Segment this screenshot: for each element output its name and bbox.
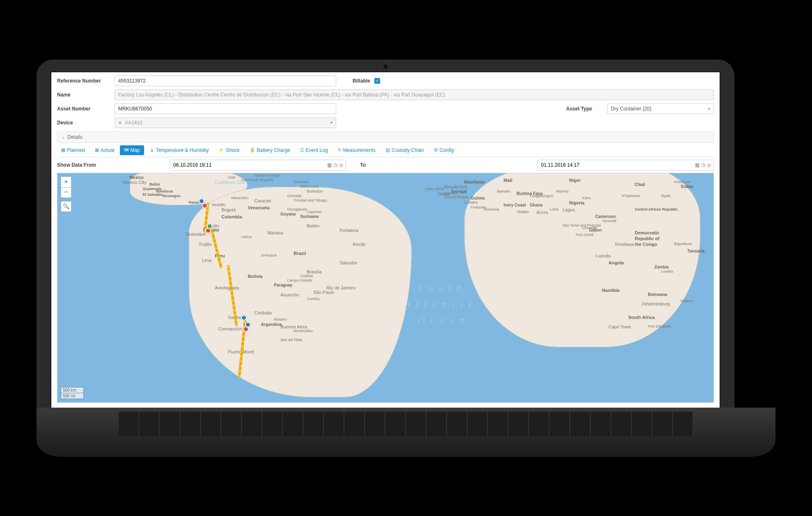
country-label: Dominican Republic <box>241 178 274 182</box>
date-from-input-wrap: ▦ ◷ ◎ <box>170 160 346 170</box>
billable-checkbox[interactable]: ✓ <box>374 78 380 84</box>
tab-temperature-humidity[interactable]: 🌡Temperature & Humidity <box>146 145 213 155</box>
asset-number-input[interactable] <box>115 103 336 114</box>
country-label: Mexico <box>130 175 144 180</box>
country-label: the Congo <box>635 242 657 247</box>
city-label: Goiânia <box>300 274 313 278</box>
tab-custody-chain[interactable]: ⛓Custody Chain <box>381 145 428 155</box>
asset-type-label: Asset Type <box>566 106 603 112</box>
map-scale: 500 km 500 mi <box>61 387 84 399</box>
gear-icon: ⚙ <box>434 147 438 153</box>
tab-battery-charge[interactable]: 🔋Battery Charge <box>245 145 294 155</box>
city-label: Dakar <box>438 191 450 196</box>
city-label: Concepción <box>218 326 242 331</box>
laptop-base <box>37 408 775 457</box>
city-label: Montevideo <box>294 329 313 333</box>
city-label: Accra <box>537 210 548 215</box>
country-label: Tanzania <box>687 249 704 253</box>
country-label: Haiti <box>228 175 235 179</box>
city-label: Yaoundé <box>602 219 616 223</box>
city-label: N'Djamena <box>622 194 640 198</box>
link-icon: ⛓ <box>385 148 390 153</box>
name-input <box>115 89 714 100</box>
clock-icon[interactable]: ◷ <box>333 162 337 168</box>
island-label: Saint Lucia <box>300 184 319 188</box>
map-view[interactable]: S o u t h A t l a n t i c O c e a n Cari… <box>57 173 714 403</box>
city-label: Port Elizabeth <box>648 324 671 328</box>
date-to-input[interactable] <box>538 160 693 170</box>
country-label: Argentina <box>261 322 282 327</box>
laptop-camera <box>383 64 388 69</box>
map-marker[interactable] <box>202 203 208 209</box>
tab-shock[interactable]: ⚡Shock <box>214 145 243 155</box>
country-label: Brazil <box>294 251 306 256</box>
city-label: Antofagasta <box>215 285 239 290</box>
billable-label: Billable <box>353 78 370 84</box>
reference-number-input[interactable] <box>115 76 336 86</box>
country-label: Ghana <box>530 203 543 207</box>
map-marker[interactable] <box>205 228 211 234</box>
country-label: Mali <box>504 178 512 183</box>
country-label: Democratic <box>635 230 659 235</box>
country-label: Sudan <box>681 184 693 189</box>
country-label: South Africa <box>628 315 655 320</box>
details-label: Details <box>67 134 83 140</box>
asset-type-select[interactable]: Dry Container (20) ▾ <box>607 103 714 114</box>
island-label: Dominica <box>294 180 309 184</box>
ocean-label: A t l a n t i c <box>405 299 474 310</box>
tab-planned[interactable]: ▦Planned <box>57 145 89 155</box>
refresh-icon: ↻ <box>338 147 342 153</box>
city-label: Ouagadougou <box>530 194 553 198</box>
date-from-input[interactable] <box>170 160 325 170</box>
sea-label: Caribbean Sea <box>215 180 245 185</box>
city-label: Caracas <box>254 198 271 203</box>
city-label: Khartoum <box>674 180 690 184</box>
zoom-out-button[interactable]: − <box>61 187 71 198</box>
zoom-in-button[interactable]: + <box>61 177 71 187</box>
city-label: Curitiba <box>307 297 319 301</box>
calendar-icon[interactable]: ▦ <box>327 162 332 168</box>
city-label: Lomé <box>550 207 559 211</box>
device-label: Device <box>57 120 110 126</box>
scale-km: 500 km <box>61 387 84 393</box>
clock-icon[interactable]: ◷ <box>701 162 705 168</box>
country-label: Guyana <box>280 212 296 216</box>
scale-mi: 500 mi <box>61 393 84 399</box>
tab-event-log[interactable]: ☰Event Log <box>296 145 332 155</box>
shock-icon: ⚡ <box>218 147 224 153</box>
target-icon[interactable]: ◎ <box>339 162 343 168</box>
city-label: Fortaleza <box>339 228 358 233</box>
tab-config[interactable]: ⚙Config <box>430 145 458 155</box>
tab-map[interactable]: 🗺Map <box>120 145 144 155</box>
city-label: Georgetown <box>287 207 307 211</box>
city-label: Lagos <box>562 207 575 212</box>
device-select[interactable]: ◈ AA2410 ▾ <box>115 117 336 128</box>
country-label: Suriname <box>300 214 319 219</box>
city-label: Córdoba <box>254 310 271 315</box>
city-label: Conakry <box>464 200 478 204</box>
city-label: Asunción <box>280 292 299 297</box>
city-label: Bujumbura <box>674 242 692 246</box>
city-label: Campo Grande <box>287 278 312 282</box>
city-label: Guayaquil <box>186 232 206 236</box>
city-label: Johannesburg <box>641 301 670 306</box>
ocean-label: O c e a n <box>418 315 466 326</box>
country-label: Namibia <box>602 288 619 293</box>
city-label: São Tomé and Príncipe <box>562 223 601 227</box>
city-label: Ji-Paraná <box>261 253 277 257</box>
map-search-button[interactable]: 🔍 <box>61 201 71 212</box>
country-label: Colombia <box>222 214 242 219</box>
calendar-icon: ▦ <box>61 147 65 153</box>
country-label: Chad <box>635 182 645 187</box>
city-label: Mar del Plata <box>280 338 302 342</box>
tab-measurements[interactable]: ↻Measurements <box>334 145 380 155</box>
target-icon[interactable]: ◎ <box>707 162 711 168</box>
country-label: Ivory Coast <box>504 203 526 207</box>
tab-actual[interactable]: ▦Actual <box>91 145 118 155</box>
city-label: Lusaka <box>661 269 673 273</box>
country-label: Paraguay <box>274 283 292 287</box>
laptop-frame: Reference Number Billable ✓ Name Asset N… <box>37 60 734 408</box>
calendar-icon[interactable]: ▦ <box>695 162 700 168</box>
city-label: Medellín <box>212 203 226 207</box>
details-toggle[interactable]: ⌄ Details <box>57 131 714 143</box>
